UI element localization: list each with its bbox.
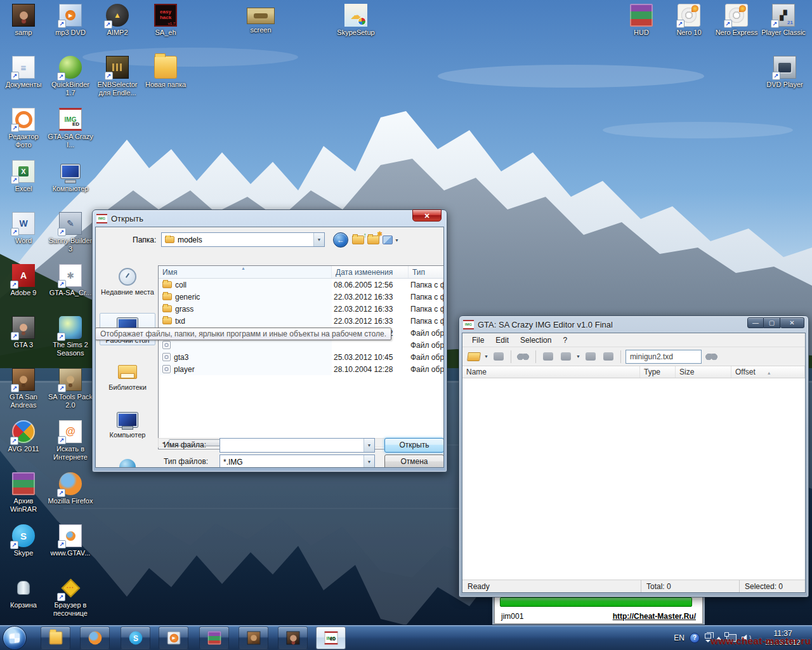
desktop-icon-screen[interactable]: screen — [237, 8, 284, 34]
desktop-icon-player-classic[interactable]: ↗Player Classic — [760, 4, 807, 37]
open-button[interactable]: Открыть — [384, 438, 444, 453]
filename-combobox[interactable]: ▼ — [219, 438, 375, 453]
extract-button[interactable] — [540, 349, 556, 364]
desktop-icon-skypesetup[interactable]: SkypeSetup — [332, 4, 379, 37]
img-editor-titlebar[interactable]: IMG GTA: SA Crazy IMG Editor v1.0 Final … — [462, 316, 806, 333]
desktop-icon-dvd-player[interactable]: ↗DVD Player — [761, 56, 808, 89]
desktop-icon-avg-2011[interactable]: ↗AVG 2011 — [0, 420, 47, 453]
desktop-icon-samp[interactable]: samp — [0, 4, 47, 37]
open-archive-button[interactable] — [466, 349, 481, 364]
chevron-down-icon: ▼ — [363, 439, 374, 452]
start-button[interactable] — [3, 626, 27, 650]
desktop-icon-nero-10[interactable]: ↗Nero 10 — [665, 4, 712, 37]
open-dropdown-icon[interactable]: ▼ — [484, 354, 488, 359]
column-header-name[interactable]: Имя ▲ — [159, 266, 332, 278]
menu-item-help[interactable]: ? — [557, 334, 573, 347]
menu-item-file[interactable]: File — [466, 334, 490, 347]
up-folder-button[interactable]: ↑ — [351, 234, 365, 246]
taskbar-button-winrar[interactable] — [199, 627, 229, 649]
column-header-date[interactable]: Дата изменения — [332, 266, 409, 278]
delete-button[interactable] — [601, 349, 616, 364]
file-type: Файл обр — [409, 329, 444, 338]
column-header-type[interactable]: Тип — [409, 266, 444, 278]
column-header-type[interactable]: Type — [640, 366, 676, 378]
desktop-icon-dokumenty[interactable]: ↗Документы — [0, 56, 47, 89]
sidebar-item-libraries[interactable]: Библиотеки — [100, 361, 155, 392]
minimize-button[interactable]: — — [747, 317, 764, 328]
img-editor-file-list[interactable] — [462, 378, 805, 580]
desktop-icon-quickbinder[interactable]: ↗QuickBinder 1.7 — [47, 56, 94, 96]
desktop-icon-gta-sa-crazy-img[interactable]: GTA-SA Crazy I... — [47, 108, 94, 149]
desktop-icon-excel[interactable]: ↗Excel — [0, 160, 47, 193]
desktop-icon-sa-tools-pack[interactable]: ↗SA Tools Pack 2.0 — [47, 368, 94, 409]
desktop-icon-iskat-v-internete[interactable]: ↗Искать в Интернете — [47, 420, 94, 461]
replace-button[interactable] — [583, 349, 598, 364]
folder-icon — [162, 293, 172, 300]
taskbar-button-img-editor[interactable] — [316, 627, 346, 649]
file-row-gta3[interactable]: gta325.03.2012 10:45Файл обр — [159, 351, 444, 363]
desktop-icon-kompyuter[interactable]: Компьютер — [47, 160, 94, 193]
sidebar-item-network[interactable] — [100, 456, 155, 468]
file-row-generic[interactable]: generic22.03.2012 16:33Папка с ф — [159, 291, 444, 303]
desktop-icon-sanny-builder[interactable]: ↗Sanny Builder 3 — [47, 212, 94, 253]
sidebar-item-computer[interactable]: Компьютер — [100, 408, 155, 439]
language-indicator[interactable]: EN — [674, 633, 684, 642]
column-header-name[interactable]: Name — [462, 366, 640, 378]
file-row-grass[interactable]: grass22.03.2012 16:33Папка с ф — [159, 303, 444, 315]
search-go-button[interactable] — [704, 349, 719, 364]
taskbar-button-gta-sa[interactable] — [239, 627, 268, 649]
filetype-combobox[interactable]: *.IMG ▼ — [219, 454, 375, 468]
desktop-icon-adobe-9[interactable]: ↗Adobe 9 — [0, 264, 47, 297]
file-row-player[interactable]: player28.10.2004 12:28Файл обр — [159, 363, 444, 375]
sidebar-item-recent[interactable]: Недавние места — [100, 265, 155, 296]
open-dialog-titlebar[interactable]: IMG Открыть ✕ — [95, 210, 444, 227]
taskbar-button-samp[interactable] — [278, 627, 308, 649]
about-link[interactable]: http://Cheat-Master.Ru/ — [613, 612, 696, 621]
desktop-icon-gta-sa-cr[interactable]: ↗GTA-SA_Cr... — [47, 264, 94, 297]
desktop-icon-gta-san-andreas[interactable]: ↗GTA San Andreas — [0, 368, 47, 409]
desktop-icon-aimp2[interactable]: ↗AIMP2 — [94, 4, 141, 37]
add-button[interactable] — [558, 349, 573, 364]
desktop-icon-hud[interactable]: HUD — [618, 4, 665, 37]
folder-combobox[interactable]: models ▼ — [161, 232, 325, 247]
maximize-button[interactable]: ▢ — [764, 317, 780, 328]
cancel-button[interactable]: Отмена — [384, 454, 444, 468]
properties-button[interactable] — [491, 349, 506, 364]
file-row-txd[interactable]: txd22.03.2012 16:33Папка с ф — [159, 315, 444, 327]
desktop-icon-www-gtav[interactable]: ↗www.GTAV... — [47, 524, 94, 557]
desktop-icon-brauzer-v-pesochnice[interactable]: ↗Браузер в песочнице — [47, 576, 94, 617]
desktop-icon-mp3-dvd[interactable]: ↗mp3 DVD — [47, 4, 94, 37]
desktop-icon-enbselector[interactable]: ↗ENBSelector для Endle... — [94, 56, 141, 96]
close-button[interactable]: ✕ — [780, 317, 804, 328]
desktop-icon-sims-2-seasons[interactable]: ↗The Sims 2 Seasons — [47, 316, 94, 357]
taskbar-button-firefox[interactable] — [80, 627, 110, 649]
desktop-icon-arhiv-winrar[interactable]: Архив WinRAR — [0, 472, 47, 513]
desktop-icon-korzina[interactable]: Корзина — [0, 576, 47, 609]
search-input[interactable] — [625, 350, 702, 364]
views-button[interactable]: ▼ — [381, 234, 400, 246]
desktop-icon-redaktor-foto[interactable]: ↗Редактор Фото — [0, 108, 47, 149]
desktop-icon-word[interactable]: ↗Word — [0, 212, 47, 245]
column-header-offset[interactable]: Offset▲ — [731, 366, 805, 378]
desktop-icon-gta-3[interactable]: ↗GTA 3 — [0, 316, 47, 349]
column-header-size[interactable]: Size — [676, 366, 731, 378]
nero-icon: ↗ — [678, 4, 700, 27]
desktop-icon-mozilla-firefox[interactable]: ↗Mozilla Firefox — [47, 472, 94, 505]
taskbar-button-skype[interactable] — [121, 627, 150, 649]
file-row-coll[interactable]: coll08.06.2005 12:56Папка с ф — [159, 279, 444, 291]
help-icon[interactable]: ? — [690, 633, 700, 643]
taskbar-button-media-player[interactable] — [159, 627, 188, 649]
add-dropdown-icon[interactable]: ▼ — [576, 354, 580, 359]
back-button[interactable]: ← — [333, 232, 348, 248]
desktop-icon-novaya-papka[interactable]: Новая папка — [142, 56, 189, 89]
desktop-icon-skype[interactable]: ↗Skype — [0, 524, 47, 557]
menu-item-edit[interactable]: Edit — [490, 334, 514, 347]
desktop-icon-nero-express[interactable]: ↗Nero Express — [713, 4, 760, 37]
find-button[interactable] — [516, 349, 531, 364]
new-folder-button[interactable]: ✱ — [366, 234, 380, 246]
file-row-hidden[interactable]: Файл обр — [159, 339, 444, 351]
desktop-icon-sa-eh[interactable]: SA_eh — [142, 4, 189, 37]
menu-item-selection[interactable]: Selection — [514, 334, 557, 347]
close-button[interactable]: ✕ — [412, 209, 442, 222]
taskbar-button-explorer[interactable] — [41, 627, 70, 649]
